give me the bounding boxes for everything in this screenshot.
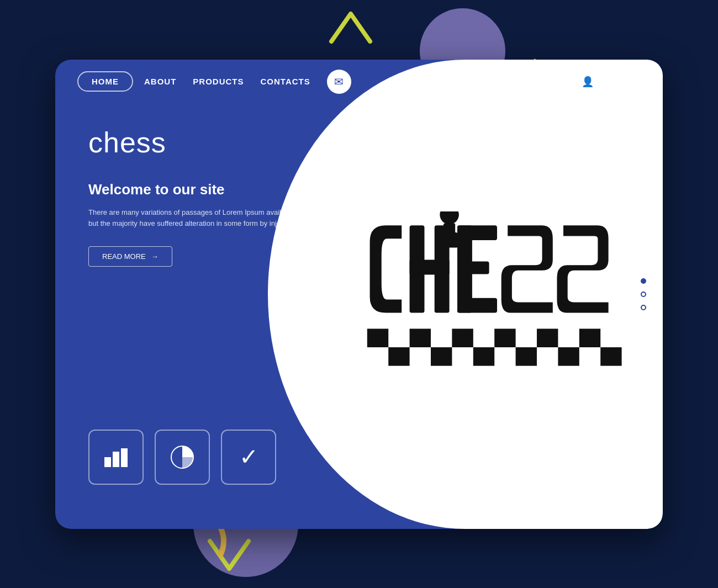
svg-rect-17 bbox=[367, 329, 388, 347]
chess-logo-container bbox=[365, 211, 630, 377]
svg-rect-21 bbox=[537, 329, 558, 347]
login-label: LOGIN bbox=[598, 77, 625, 86]
pie-chart-icon bbox=[170, 444, 195, 470]
nav-login-button[interactable]: 👤 LOGIN bbox=[565, 70, 641, 93]
nav-products-item[interactable]: PRODUCTS bbox=[193, 77, 244, 86]
svg-rect-14 bbox=[457, 225, 497, 240]
navbar: HOME ABOUT PRODUCTS CONTACTS ✉ 👤 LOGIN bbox=[55, 60, 663, 104]
feature-icon-boxes: ✓ bbox=[88, 430, 276, 485]
nav-about-item[interactable]: ABOUT bbox=[144, 77, 176, 86]
svg-rect-23 bbox=[388, 347, 409, 366]
nav-mail-button[interactable]: ✉ bbox=[327, 70, 351, 94]
main-card: HOME ABOUT PRODUCTS CONTACTS ✉ 👤 LOGIN c… bbox=[55, 60, 663, 529]
svg-point-9 bbox=[440, 211, 459, 224]
read-more-label: READ MORE bbox=[102, 252, 146, 261]
svg-rect-27 bbox=[558, 347, 579, 366]
svg-rect-12 bbox=[441, 242, 458, 247]
svg-rect-25 bbox=[473, 347, 494, 366]
welcome-text: There are many variations of passages of… bbox=[88, 207, 298, 230]
lime-chevron-bottom bbox=[204, 536, 254, 574]
lime-chevron-top bbox=[326, 8, 376, 47]
svg-rect-16 bbox=[457, 298, 497, 312]
svg-rect-3 bbox=[113, 452, 119, 467]
site-title: chess bbox=[88, 126, 298, 159]
svg-rect-24 bbox=[431, 347, 452, 366]
mail-icon: ✉ bbox=[334, 75, 344, 88]
svg-rect-26 bbox=[516, 347, 537, 366]
read-more-button[interactable]: READ MORE → bbox=[88, 246, 172, 267]
checkmark-box[interactable]: ✓ bbox=[221, 430, 276, 485]
nav-home-button[interactable]: HOME bbox=[77, 71, 133, 92]
page-dots-indicator bbox=[641, 278, 646, 310]
dot-2[interactable] bbox=[641, 292, 646, 297]
nav-contacts-item[interactable]: CONTACTS bbox=[261, 77, 310, 86]
svg-rect-4 bbox=[121, 448, 128, 467]
svg-rect-15 bbox=[457, 261, 489, 274]
bar-chart-box[interactable] bbox=[88, 430, 144, 485]
welcome-title: Welcome to our site bbox=[88, 181, 298, 198]
svg-rect-28 bbox=[600, 347, 621, 366]
svg-rect-22 bbox=[579, 329, 600, 347]
svg-rect-18 bbox=[410, 329, 431, 347]
svg-rect-20 bbox=[494, 329, 515, 347]
left-content-area: chess Welcome to our site There are many… bbox=[88, 126, 298, 267]
chess-logo-area bbox=[298, 60, 663, 529]
arrow-icon: → bbox=[151, 252, 159, 261]
svg-rect-2 bbox=[104, 457, 111, 467]
dot-3[interactable] bbox=[641, 305, 646, 310]
user-icon: 👤 bbox=[582, 76, 594, 88]
pie-chart-box[interactable] bbox=[155, 430, 210, 485]
svg-rect-19 bbox=[452, 329, 473, 347]
dot-1[interactable] bbox=[641, 278, 646, 284]
checkmark-icon: ✓ bbox=[239, 443, 258, 470]
bar-chart-icon bbox=[103, 446, 129, 468]
chess-logo-svg bbox=[365, 211, 630, 377]
